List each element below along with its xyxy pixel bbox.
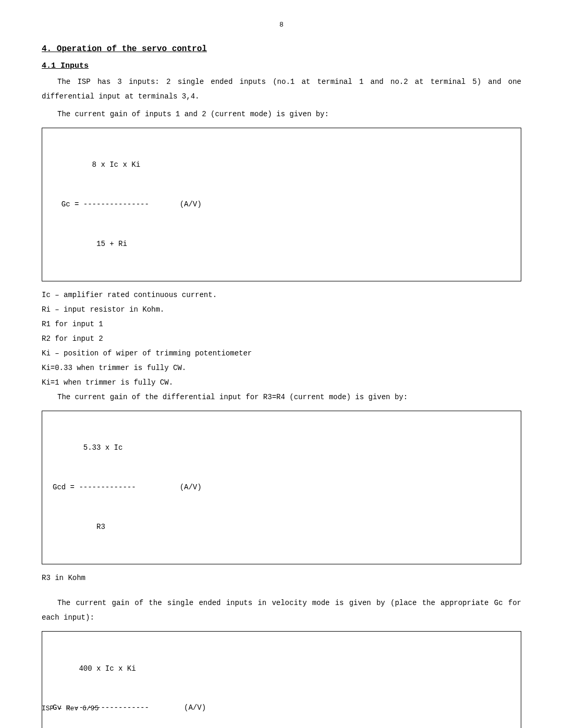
document-page: 8 4. Operation of the servo control 4.1 … [0,0,563,728]
subsection-heading: 4.1 Inputs [42,61,521,70]
formula2-line1: 5.33 x Ic [53,441,510,454]
paragraph-1: The ISP has 3 inputs: 2 single ended inp… [42,75,521,104]
formula1-line3: 15 + Ri [53,238,510,251]
def-ic: Ic – amplifier rated continuous current. [42,288,521,302]
footer: ISP – Rev 6/95 [42,705,99,712]
def-ki-a: Ki=0.33 when trimmer is fully CW. [42,361,521,375]
def-ri: Ri – input resistor in Kohm. [42,302,521,317]
paragraph-2: The current gain of inputs 1 and 2 (curr… [42,107,521,121]
formula-box-2: 5.33 x Ic Gcd = ------------- (A/V) R3 [42,411,521,564]
spacer [42,588,521,596]
paragraph-3: The current gain of the differential inp… [42,390,521,404]
formula-box-1: 8 x Ic x Ki Gc = --------------- (A/V) 1… [42,128,521,281]
def-ki-b: Ki=1 when trimmer is fully CW. [42,375,521,390]
definition-list: Ic – amplifier rated continuous current.… [42,288,521,390]
page-number: 8 [42,21,521,29]
section-heading: 4. Operation of the servo control [42,44,521,54]
note-r3: R3 in Kohm [42,571,521,585]
formula-box-3: 400 x Ic x Ki Gv = ----------------- (A/… [42,631,521,728]
formula3-line1: 400 x Ic x Ki [53,662,510,675]
formula2-line3: R3 [53,521,510,534]
formula2-line2: Gcd = ------------- (A/V) [53,481,510,494]
def-ki: Ki – position of wiper of trimming poten… [42,346,521,361]
paragraph-4: The current gain of the single ended inp… [42,596,521,625]
formula3-line2: Gv = ----------------- (A/V) [53,701,510,714]
def-ri-r1: R1 for input 1 [42,317,521,331]
formula1-line2: Gc = --------------- (A/V) [53,198,510,211]
formula1-line1: 8 x Ic x Ki [53,158,510,171]
def-ri-r2: R2 for input 2 [42,331,521,346]
